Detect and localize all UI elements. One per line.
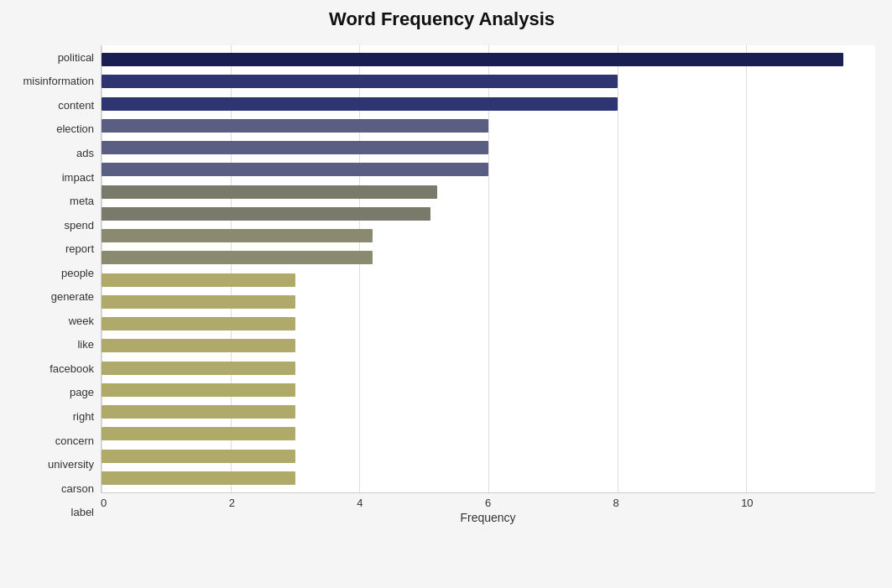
y-axis: politicalmisinformationcontentelectionad… (8, 45, 101, 524)
bar (102, 185, 437, 199)
bar (102, 295, 295, 309)
bar-row (102, 401, 875, 423)
bars-and-x: 0246810 Frequency (101, 45, 875, 524)
bar (102, 229, 373, 242)
y-axis-label: ads (76, 148, 94, 159)
chart-title: Word Frequency Analysis (8, 8, 875, 30)
x-tick: 2 (229, 497, 235, 509)
bar-row (102, 313, 875, 335)
bar-row (102, 93, 875, 115)
y-axis-label: meta (70, 195, 94, 206)
y-axis-label: week (69, 315, 94, 326)
y-axis-label: concern (55, 435, 94, 446)
y-axis-label: people (61, 268, 94, 278)
y-axis-label: election (56, 123, 94, 134)
bar-row (102, 137, 875, 159)
bar (102, 273, 295, 287)
bar (102, 405, 295, 419)
x-axis-label: Frequency (101, 511, 875, 524)
bar-row (102, 379, 875, 401)
y-axis-label: impact (62, 172, 94, 183)
bar-row (102, 70, 875, 92)
x-tick: 4 (357, 497, 363, 509)
bar-row (102, 269, 875, 291)
y-axis-label: political (58, 52, 94, 63)
bar (102, 450, 295, 463)
bar (102, 163, 488, 176)
x-tick: 6 (485, 497, 491, 509)
bar-row (102, 291, 875, 313)
bar (102, 207, 430, 221)
bar-row (102, 357, 875, 379)
bar-row (102, 467, 875, 489)
y-axis-label: right (73, 411, 94, 422)
bar (102, 119, 488, 133)
y-axis-label: facebook (50, 363, 94, 374)
bar (102, 141, 488, 154)
bar (102, 339, 295, 352)
x-tick: 10 (741, 497, 753, 509)
bar-row (102, 49, 875, 70)
x-axis: 0246810 (101, 493, 875, 509)
bar (102, 383, 295, 397)
bar (102, 471, 295, 485)
y-axis-label: report (65, 243, 94, 254)
chart-container: Word Frequency Analysis politicalmisinfo… (0, 0, 892, 588)
bar (102, 75, 618, 88)
bars-area (101, 45, 875, 493)
y-axis-label: label (71, 507, 94, 518)
bar-row (102, 203, 875, 225)
y-axis-label: generate (51, 291, 94, 302)
bar-row (102, 159, 875, 180)
bar-row (102, 225, 875, 247)
bar (102, 53, 843, 66)
x-tick: 8 (613, 497, 619, 509)
chart-area: politicalmisinformationcontentelectionad… (8, 45, 875, 524)
y-axis-label: spend (65, 220, 94, 231)
bar (102, 317, 295, 330)
bar-row (102, 445, 875, 467)
bar-rows (102, 45, 875, 492)
y-axis-label: misinformation (23, 75, 94, 86)
x-tick: 0 (101, 497, 107, 509)
bar-row (102, 115, 875, 137)
y-axis-label: university (48, 459, 94, 470)
bar-row (102, 247, 875, 268)
bar (102, 251, 373, 264)
y-axis-label: page (70, 387, 94, 398)
bar (102, 427, 295, 440)
y-axis-label: content (58, 100, 94, 111)
bar-row (102, 335, 875, 356)
bar-row (102, 423, 875, 445)
bar (102, 362, 295, 375)
y-axis-label: carson (61, 483, 94, 494)
bar (102, 97, 618, 111)
bar-row (102, 181, 875, 203)
y-axis-label: like (77, 339, 94, 350)
